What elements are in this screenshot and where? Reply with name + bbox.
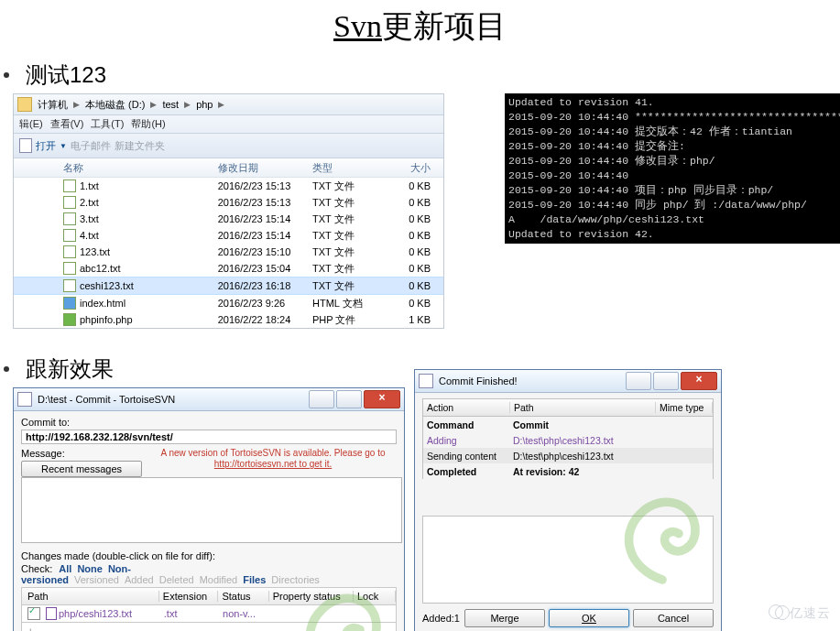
action-cell: Sending content [423,451,509,462]
check-filter-deleted[interactable]: Deleted [159,574,194,585]
commit-to-label: Commit to: [21,417,397,428]
new-folder-button[interactable]: 新建文件夹 [115,139,165,153]
check-filter-none[interactable]: None [77,563,103,574]
file-size: 0 KB [376,298,443,309]
maximize-button[interactable] [653,372,679,390]
file-name: 1.txt [80,180,99,191]
breadcrumb-part[interactable]: test [162,99,179,110]
file-name: phpinfo.php [80,314,133,325]
minimize-button[interactable] [309,390,334,408]
col-mime[interactable]: Mime type [656,402,713,413]
row-checkbox[interactable] [27,607,40,620]
check-filter-added[interactable]: Added [125,574,154,585]
swirl-icon [289,577,398,631]
chevron-right-icon: ▶ [73,100,80,109]
file-row[interactable]: 3.txt2016/2/23 15:14TXT 文件0 KB [14,211,443,227]
file-row[interactable]: phpinfo.php2016/2/22 18:24PHP 文件1 KB [14,311,443,328]
file-row[interactable]: ceshi123.txt2016/2/23 16:18TXT 文件0 KB [14,277,443,295]
file-row[interactable]: 2.txt2016/2/23 15:13TXT 文件0 KB [14,194,443,211]
breadcrumb-part[interactable]: 本地磁盘 (D:) [85,98,145,112]
action-cell: Adding [423,435,509,446]
mail-button[interactable]: 电子邮件 [71,139,111,153]
file-row[interactable]: 4.txt2016/2/23 15:14TXT 文件0 KB [14,227,443,244]
col-date[interactable]: 修改日期 [218,161,312,175]
file-icon [63,262,76,275]
page-title: Svn更新项目 [0,5,840,48]
col-type[interactable]: 类型 [312,161,376,175]
finished-titlebar[interactable]: Commit Finished! × [415,370,721,393]
col-status[interactable]: Status [218,591,268,602]
tortoise-icon [17,392,32,407]
check-filter-versioned[interactable]: Versioned [74,574,119,585]
col-size[interactable]: 大小 [376,161,443,175]
finished-row[interactable]: AddingD:\test\php\ceshi123.txt [422,432,714,448]
chevron-right-icon: ▶ [218,100,224,109]
open-dropdown[interactable]: 打开 ▼ [19,138,67,153]
commit-title: D:\test - Commit - TortoiseSVN [38,394,309,405]
check-filter-all[interactable]: All [59,563,71,574]
recent-messages-button[interactable]: Recent messages [21,461,142,477]
file-icon [63,297,76,310]
update-notice: A new version of TortoiseSVN is availabl… [149,448,397,470]
file-size: 0 KB [376,263,443,274]
menu-item[interactable]: 查看(V) [50,118,84,129]
explorer-menu[interactable]: 辑(E)查看(V)工具(T)帮助(H) [14,115,443,134]
explorer-folder-icon [17,97,32,112]
file-type: TXT 文件 [312,180,376,193]
file-row[interactable]: index.html2016/2/23 9:26HTML 文档0 KB [14,295,443,311]
commit-url[interactable]: http://192.168.232.128/svn/test/ [21,430,397,444]
finished-row[interactable]: Sending contentD:\test\php\ceshi123.txt [422,448,714,463]
file-icon [63,279,76,292]
col-name[interactable]: 名称 [14,161,218,175]
finished-row[interactable]: CommandCommit [422,417,714,432]
document-icon [19,138,32,153]
path-cell: D:\test\php\ceshi123.txt [509,451,709,462]
file-type: TXT 文件 [312,229,376,243]
file-type: PHP 文件 [312,313,376,327]
minimize-button[interactable] [626,372,651,390]
commit-message-input[interactable] [21,477,402,543]
breadcrumb-part[interactable]: 计算机 [38,98,68,112]
bullet-1: 测试123 [4,60,840,90]
cancel-button[interactable]: Cancel [633,609,714,627]
explorer-breadcrumb[interactable]: 计算机▶本地磁盘 (D:)▶test▶php▶ [14,94,443,115]
file-row[interactable]: 123.txt2016/2/23 15:10TXT 文件0 KB [14,244,443,260]
ok-button[interactable]: OK [549,609,629,627]
chevron-right-icon: ▶ [184,100,191,109]
commit-titlebar[interactable]: D:\test - Commit - TortoiseSVN × [14,388,404,411]
menu-item[interactable]: 帮助(H) [131,118,165,129]
file-row[interactable]: 1.txt2016/2/23 15:13TXT 文件0 KB [14,178,443,194]
menu-item[interactable]: 工具(T) [91,118,124,129]
title-rest: 更新项目 [382,9,507,43]
merge-button[interactable]: Merge [464,609,545,627]
breadcrumb-part[interactable]: php [196,99,213,110]
close-button[interactable]: × [681,372,717,390]
plus-icon: + [27,626,33,631]
file-icon [63,196,76,209]
col-path[interactable]: Path [510,402,656,413]
check-filter-modified[interactable]: Modified [200,574,238,585]
finished-row[interactable]: CompletedAt revision: 42 [422,463,714,479]
file-type: TXT 文件 [312,279,376,293]
file-type: HTML 文档 [312,297,376,310]
commit-finished-window: Commit Finished! × Action Path Mime type… [414,369,722,631]
file-date: 2016/2/23 16:18 [218,280,312,291]
file-type: TXT 文件 [312,196,376,210]
update-link[interactable]: http://tortoisesvn.net to get it. [214,459,332,469]
col-path[interactable]: Path [24,591,159,602]
file-icon [63,180,76,192]
file-date: 2016/2/23 9:26 [218,298,312,309]
col-action[interactable]: Action [423,402,510,413]
close-button[interactable]: × [364,390,400,408]
maximize-button[interactable] [336,390,362,408]
check-filter-files[interactable]: Files [243,574,266,585]
file-date: 2016/2/23 15:14 [218,213,312,224]
col-ext[interactable]: Extension [159,591,219,602]
file-row[interactable]: abc12.txt2016/2/23 15:04TXT 文件0 KB [14,260,443,277]
watermark: 亿速云 [769,603,831,622]
watermark-icon [769,604,783,619]
menu-item[interactable]: 辑(E) [19,118,43,129]
path-cell: Commit [509,419,709,430]
file-name: 2.txt [80,197,99,208]
changes-label: Changes made (double-click on file for d… [21,550,397,561]
